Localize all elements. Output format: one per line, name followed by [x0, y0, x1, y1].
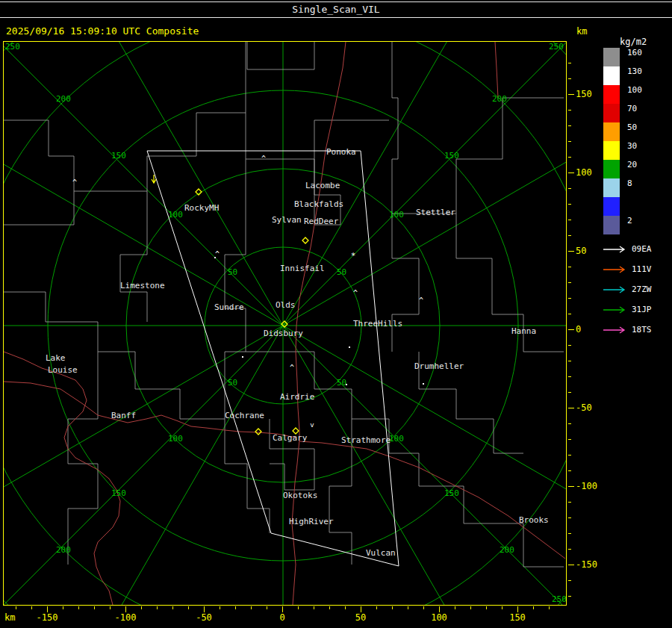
bottom-axis-tick	[376, 606, 377, 609]
vil-scale-swatch	[603, 122, 620, 141]
dot-marker	[349, 346, 350, 348]
bottom-axis-label: 50	[355, 612, 366, 623]
radar-legend-entry: 111V	[602, 259, 652, 279]
bottom-axis-tick	[329, 606, 330, 609]
right-axis-tick	[568, 63, 571, 63]
range-label: 50	[337, 267, 346, 277]
vil-scale-entry: 8	[603, 178, 656, 197]
bottom-axis-tick	[141, 606, 142, 609]
vil-scale-entry: 30	[603, 141, 656, 160]
vil-scale-swatch	[603, 216, 620, 234]
bottom-axis-label: -50	[196, 612, 212, 623]
timestamp-label: 2025/09/16 15:09:10 UTC Composite	[6, 25, 199, 37]
right-axis-tick	[568, 502, 571, 503]
county-line	[246, 113, 389, 159]
radar-map[interactable]: 2502001501005025020015010050505010015020…	[3, 41, 567, 606]
right-axis-tick	[568, 470, 571, 471]
bottom-axis-tick	[78, 606, 79, 609]
bottom-axis-tick	[517, 606, 518, 612]
radar-legend-entry: 31JP	[602, 299, 652, 320]
asterisk-marker: *	[351, 251, 356, 261]
vil-scale-entry: 2	[603, 216, 656, 234]
bottom-axis-tick	[220, 606, 220, 609]
right-axis-label: -50	[576, 402, 592, 413]
vil-scale-entry: 160	[603, 48, 656, 66]
vil-scale-value: 30	[627, 141, 637, 151]
range-label: 100	[389, 434, 404, 444]
right-axis-tick	[568, 376, 571, 377]
vil-scale-entry: 100	[603, 85, 656, 104]
radar-map-canvas: 2502001501005025020015010050505010015020…	[4, 42, 566, 605]
right-axis-tick	[568, 298, 571, 299]
range-label: 150	[111, 488, 126, 498]
bottom-axis-tick	[439, 606, 440, 612]
county-line	[225, 419, 270, 533]
county-line	[246, 352, 564, 567]
dot-marker	[242, 356, 243, 358]
right-axis-label: 100	[576, 167, 592, 178]
scan-boundary	[147, 151, 399, 566]
bottom-axis-tick	[267, 606, 267, 609]
county-line	[4, 292, 225, 419]
dot-marker	[423, 383, 424, 385]
vil-scale-entry: 130	[603, 66, 656, 85]
right-axis-label: -150	[576, 559, 597, 570]
bottom-axis-tick	[235, 606, 236, 609]
bottom-axis-tick	[486, 606, 487, 609]
dot-marker	[346, 384, 347, 385]
vil-scale-value: 20	[627, 160, 637, 170]
city-label: Olds	[276, 300, 296, 310]
bottom-axis-tick	[345, 606, 346, 609]
right-axis: 150100500-50-100-150	[568, 41, 604, 606]
county-line	[392, 42, 564, 214]
bottom-axis-label: 100	[431, 612, 447, 623]
radar-arrow-icon	[602, 285, 627, 294]
right-axis-tick	[568, 408, 574, 408]
vil-scale-value: 2	[627, 216, 632, 226]
right-axis-tick	[568, 251, 574, 252]
range-label: 200	[56, 545, 71, 555]
range-label: 150	[111, 151, 126, 161]
bottom-axis-tick	[204, 606, 205, 612]
city-label: Airdrie	[280, 392, 314, 402]
caret-up-marker: ^	[290, 364, 294, 372]
radar-arrow-icon	[602, 265, 627, 274]
vil-scale-swatch	[603, 141, 620, 160]
bottom-axis-tick	[172, 606, 173, 609]
right-axis-tick	[568, 423, 571, 424]
right-axis-tick	[568, 314, 571, 314]
radar-site-diamond-icon	[255, 429, 261, 435]
right-axis-tick	[568, 125, 571, 126]
radar-id-label: 31JP	[632, 305, 652, 314]
city-label: Lacombe	[305, 181, 340, 190]
radar-legend-entry: 18TS	[602, 320, 652, 340]
range-label: 150	[444, 151, 459, 161]
county-line	[4, 120, 74, 191]
vil-scale-swatch	[603, 85, 620, 104]
bottom-axis-tick	[31, 606, 32, 609]
bottom-axis-tick	[470, 606, 471, 609]
bottom-axis-label: -100	[115, 612, 137, 623]
bottom-axis-tick	[63, 606, 63, 609]
county-line	[392, 214, 419, 352]
city-label: Banff	[111, 411, 136, 420]
caret-up-marker: ^	[419, 296, 423, 305]
bottom-axis-tick	[502, 606, 503, 609]
right-axis-tick	[568, 596, 571, 597]
right-axis-tick	[568, 329, 574, 330]
bottom-axis-label: -150	[37, 612, 58, 623]
right-axis-tick	[568, 141, 571, 142]
dot-marker	[214, 257, 216, 258]
vil-scale-swatch	[603, 197, 620, 216]
bottom-axis-tick	[549, 606, 550, 609]
city-label: Brooks	[519, 515, 549, 525]
vil-scale-value: 70	[627, 104, 637, 114]
city-label: Sylvan	[272, 215, 302, 225]
bottom-axis-tick	[188, 606, 189, 609]
city-label: Calgary	[273, 433, 308, 443]
site-markers: ^^^^^^v*	[72, 155, 424, 435]
city-label: Lake	[46, 353, 66, 363]
right-axis-tick	[568, 580, 571, 581]
right-axis-tick	[568, 267, 571, 267]
city-label: Hanna	[511, 326, 536, 336]
